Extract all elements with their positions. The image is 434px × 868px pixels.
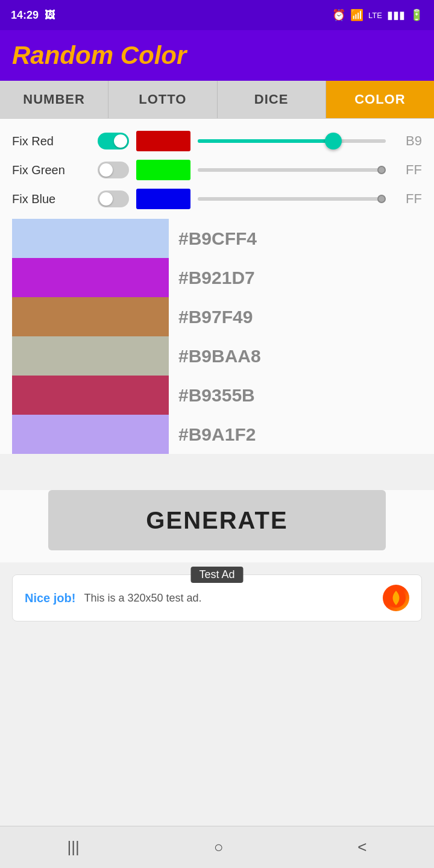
fix-green-track: [198, 168, 386, 172]
generate-section: GENERATE: [0, 490, 434, 562]
fix-blue-slider[interactable]: [198, 189, 386, 209]
app-title: Random Color: [12, 41, 422, 70]
fix-green-dot: [377, 166, 386, 174]
battery-icon: 🔋: [410, 8, 423, 22]
ad-logo-icon: [383, 585, 409, 611]
status-time: 14:29: [11, 9, 39, 22]
fix-blue-track: [198, 197, 386, 201]
fix-blue-label: Fix Blue: [12, 192, 90, 206]
palette-hex-5: #B9A1F2: [178, 415, 422, 454]
fix-green-swatch: [136, 160, 190, 180]
palette-labels: #B9CFF4 #B921D7 #B97F49 #B9BAA8 #B9355B …: [169, 219, 422, 454]
fix-red-swatch: [136, 131, 190, 151]
fix-red-fill: [198, 139, 333, 143]
fix-green-label: Fix Green: [12, 163, 90, 177]
palette-hex-3: #B9BAA8: [178, 336, 422, 376]
color-palette: #B9CFF4 #B921D7 #B97F49 #B9BAA8 #B9355B …: [12, 219, 422, 454]
nav-home-button[interactable]: ○: [196, 832, 242, 863]
wifi-icon: 📶: [350, 8, 363, 22]
signal-icon: ▮▮▮: [387, 8, 405, 22]
fix-blue-toggle-knob: [99, 192, 113, 206]
tab-bar: NUMBER LOTTO DICE COLOR: [0, 81, 434, 119]
status-bar: 14:29 🖼 ⏰ 📶 LTE ▮▮▮ 🔋: [0, 0, 434, 30]
palette-hex-0: #B9CFF4: [178, 219, 422, 258]
palette-swatches: [12, 219, 169, 454]
fix-green-row: Fix Green FF: [12, 160, 422, 180]
fix-red-slider[interactable]: [198, 131, 386, 151]
palette-swatch-4[interactable]: [12, 376, 169, 415]
fix-red-track: [198, 139, 386, 143]
fix-red-value: B9: [398, 133, 422, 149]
fix-red-thumb[interactable]: [325, 133, 342, 149]
fix-blue-dot: [377, 195, 386, 203]
fix-blue-swatch: [136, 189, 190, 209]
fix-red-toggle[interactable]: [98, 133, 129, 149]
ad-text: This is a 320x50 test ad.: [84, 592, 374, 605]
palette-swatch-0[interactable]: [12, 219, 169, 258]
status-image-icon: 🖼: [45, 9, 55, 22]
tab-number[interactable]: NUMBER: [0, 81, 108, 118]
fix-blue-row: Fix Blue FF: [12, 189, 422, 209]
palette-swatch-2[interactable]: [12, 297, 169, 336]
fix-green-slider[interactable]: [198, 160, 386, 180]
nav-back-button[interactable]: <: [339, 832, 385, 863]
fix-red-row: Fix Red B9: [12, 131, 422, 151]
tab-dice[interactable]: DICE: [218, 81, 326, 118]
tab-color[interactable]: COLOR: [326, 81, 434, 118]
fix-green-toggle[interactable]: [98, 162, 129, 178]
palette-swatch-5[interactable]: [12, 415, 169, 454]
palette-hex-4: #B9355B: [178, 376, 422, 415]
app-header: Random Color: [0, 30, 434, 81]
ad-test-label: Test Ad: [190, 567, 243, 583]
palette-hex-2: #B97F49: [178, 297, 422, 336]
palette-hex-1: #B921D7: [178, 258, 422, 297]
ad-banner: Test Ad Nice job! This is a 320x50 test …: [12, 574, 422, 621]
palette-swatch-3[interactable]: [12, 336, 169, 376]
main-content: Fix Red B9 Fix Green FF Fix Blue: [0, 119, 434, 454]
nav-bar: ||| ○ <: [0, 826, 434, 868]
generate-button[interactable]: GENERATE: [48, 490, 386, 550]
fix-blue-toggle[interactable]: [98, 190, 129, 207]
fix-red-toggle-knob: [114, 134, 127, 148]
nav-menu-button[interactable]: |||: [49, 832, 97, 863]
alarm-icon: ⏰: [332, 8, 345, 22]
fix-blue-value: FF: [398, 191, 422, 207]
fix-green-toggle-knob: [99, 163, 113, 177]
lte-icon: LTE: [368, 11, 382, 20]
fix-green-value: FF: [398, 162, 422, 178]
palette-swatch-1[interactable]: [12, 258, 169, 297]
tab-lotto[interactable]: LOTTO: [108, 81, 217, 118]
ad-nice-label: Nice job!: [25, 591, 75, 605]
fix-red-label: Fix Red: [12, 134, 90, 148]
